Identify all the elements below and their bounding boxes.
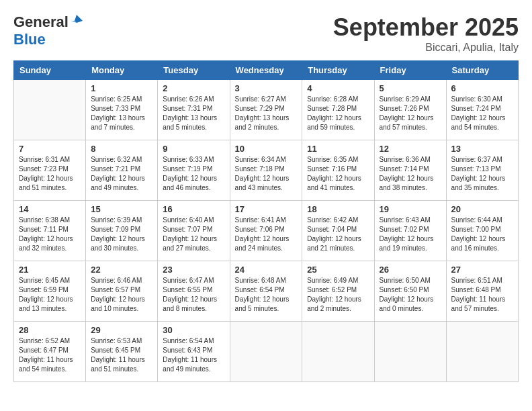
- day-info: Sunrise: 6:27 AM Sunset: 7:29 PM Dayligh…: [235, 95, 298, 132]
- logo-general-text: General: [13, 13, 69, 31]
- day-info: Sunrise: 6:30 AM Sunset: 7:24 PM Dayligh…: [451, 95, 513, 132]
- day-number: 28: [19, 325, 81, 335]
- calendar-cell: 6Sunrise: 6:30 AM Sunset: 7:24 PM Daylig…: [446, 80, 518, 140]
- calendar-cell: 10Sunrise: 6:34 AM Sunset: 7:18 PM Dayli…: [230, 140, 302, 201]
- day-info: Sunrise: 6:29 AM Sunset: 7:26 PM Dayligh…: [380, 95, 441, 132]
- day-info: Sunrise: 6:28 AM Sunset: 7:28 PM Dayligh…: [307, 95, 369, 132]
- day-number: 25: [307, 265, 369, 275]
- calendar-cell: 18Sunrise: 6:42 AM Sunset: 7:04 PM Dayli…: [302, 201, 374, 261]
- calendar-cell: 13Sunrise: 6:37 AM Sunset: 7:13 PM Dayli…: [446, 140, 518, 201]
- day-number: 20: [451, 204, 513, 214]
- calendar-cell: 30Sunrise: 6:54 AM Sunset: 6:43 PM Dayli…: [158, 322, 230, 382]
- day-number: 7: [19, 144, 81, 154]
- day-number: 1: [91, 83, 152, 93]
- day-info: Sunrise: 6:49 AM Sunset: 6:52 PM Dayligh…: [307, 276, 369, 314]
- day-number: 24: [235, 265, 298, 275]
- day-number: 16: [163, 204, 224, 214]
- day-number: 2: [163, 83, 224, 93]
- calendar-week-row: 7Sunrise: 6:31 AM Sunset: 7:23 PM Daylig…: [14, 140, 519, 201]
- column-header-tuesday: Tuesday: [158, 61, 230, 80]
- calendar-cell: [302, 322, 374, 382]
- calendar-cell: 29Sunrise: 6:53 AM Sunset: 6:45 PM Dayli…: [86, 322, 158, 382]
- calendar-cell: 19Sunrise: 6:43 AM Sunset: 7:02 PM Dayli…: [374, 201, 446, 261]
- day-info: Sunrise: 6:46 AM Sunset: 6:57 PM Dayligh…: [91, 276, 152, 314]
- day-number: 5: [380, 83, 441, 93]
- day-info: Sunrise: 6:32 AM Sunset: 7:21 PM Dayligh…: [91, 155, 152, 193]
- calendar-week-row: 1Sunrise: 6:25 AM Sunset: 7:33 PM Daylig…: [14, 80, 519, 140]
- day-number: 13: [451, 144, 513, 154]
- day-info: Sunrise: 6:45 AM Sunset: 6:59 PM Dayligh…: [19, 276, 81, 314]
- day-number: 14: [19, 204, 81, 214]
- calendar-cell: 12Sunrise: 6:36 AM Sunset: 7:14 PM Dayli…: [374, 140, 446, 201]
- day-info: Sunrise: 6:31 AM Sunset: 7:23 PM Dayligh…: [19, 155, 81, 193]
- calendar-cell: 15Sunrise: 6:39 AM Sunset: 7:09 PM Dayli…: [86, 201, 158, 261]
- calendar-cell: 2Sunrise: 6:26 AM Sunset: 7:31 PM Daylig…: [158, 80, 230, 140]
- calendar-cell: 25Sunrise: 6:49 AM Sunset: 6:52 PM Dayli…: [302, 261, 374, 322]
- logo: General Blue: [13, 13, 84, 48]
- calendar-cell: [14, 80, 86, 140]
- day-info: Sunrise: 6:40 AM Sunset: 7:07 PM Dayligh…: [163, 216, 224, 253]
- day-number: 15: [91, 204, 152, 214]
- calendar-cell: 1Sunrise: 6:25 AM Sunset: 7:33 PM Daylig…: [86, 80, 158, 140]
- day-number: 10: [235, 144, 298, 154]
- calendar-week-row: 14Sunrise: 6:38 AM Sunset: 7:11 PM Dayli…: [14, 201, 519, 261]
- column-header-sunday: Sunday: [14, 61, 86, 80]
- calendar-cell: 23Sunrise: 6:47 AM Sunset: 6:55 PM Dayli…: [158, 261, 230, 322]
- column-header-saturday: Saturday: [446, 61, 518, 80]
- calendar-cell: 8Sunrise: 6:32 AM Sunset: 7:21 PM Daylig…: [86, 140, 158, 201]
- day-info: Sunrise: 6:52 AM Sunset: 6:47 PM Dayligh…: [19, 336, 81, 374]
- day-number: 23: [163, 265, 224, 275]
- day-info: Sunrise: 6:42 AM Sunset: 7:04 PM Dayligh…: [307, 216, 369, 253]
- calendar-cell: 27Sunrise: 6:51 AM Sunset: 6:48 PM Dayli…: [446, 261, 518, 322]
- calendar-cell: 5Sunrise: 6:29 AM Sunset: 7:26 PM Daylig…: [374, 80, 446, 140]
- location-text: Biccari, Apulia, Italy: [333, 42, 519, 54]
- day-info: Sunrise: 6:53 AM Sunset: 6:45 PM Dayligh…: [91, 336, 152, 374]
- day-info: Sunrise: 6:54 AM Sunset: 6:43 PM Dayligh…: [163, 336, 224, 374]
- calendar-cell: 11Sunrise: 6:35 AM Sunset: 7:16 PM Dayli…: [302, 140, 374, 201]
- day-info: Sunrise: 6:47 AM Sunset: 6:55 PM Dayligh…: [163, 276, 224, 314]
- day-number: 17: [235, 204, 298, 214]
- day-number: 30: [163, 325, 224, 335]
- day-number: 26: [380, 265, 441, 275]
- calendar-cell: 4Sunrise: 6:28 AM Sunset: 7:28 PM Daylig…: [302, 80, 374, 140]
- day-info: Sunrise: 6:38 AM Sunset: 7:11 PM Dayligh…: [19, 216, 81, 253]
- day-number: 18: [307, 204, 369, 214]
- day-info: Sunrise: 6:51 AM Sunset: 6:48 PM Dayligh…: [451, 276, 513, 314]
- page-header: General Blue September 2025 Biccari, Apu…: [13, 13, 519, 54]
- calendar-week-row: 28Sunrise: 6:52 AM Sunset: 6:47 PM Dayli…: [14, 322, 519, 382]
- day-number: 22: [91, 265, 152, 275]
- calendar-table: SundayMondayTuesdayWednesdayThursdayFrid…: [13, 60, 519, 382]
- day-number: 21: [19, 265, 81, 275]
- calendar-cell: 7Sunrise: 6:31 AM Sunset: 7:23 PM Daylig…: [14, 140, 86, 201]
- calendar-cell: 16Sunrise: 6:40 AM Sunset: 7:07 PM Dayli…: [158, 201, 230, 261]
- column-header-wednesday: Wednesday: [230, 61, 302, 80]
- calendar-cell: [374, 322, 446, 382]
- column-header-thursday: Thursday: [302, 61, 374, 80]
- day-info: Sunrise: 6:44 AM Sunset: 7:00 PM Dayligh…: [451, 216, 513, 253]
- calendar-cell: 24Sunrise: 6:48 AM Sunset: 6:54 PM Dayli…: [230, 261, 302, 322]
- calendar-cell: 14Sunrise: 6:38 AM Sunset: 7:11 PM Dayli…: [14, 201, 86, 261]
- day-info: Sunrise: 6:48 AM Sunset: 6:54 PM Dayligh…: [235, 276, 298, 314]
- calendar-header-row: SundayMondayTuesdayWednesdayThursdayFrid…: [14, 61, 519, 80]
- day-number: 9: [163, 144, 224, 154]
- day-number: 4: [307, 83, 369, 93]
- calendar-cell: 3Sunrise: 6:27 AM Sunset: 7:29 PM Daylig…: [230, 80, 302, 140]
- day-info: Sunrise: 6:33 AM Sunset: 7:19 PM Dayligh…: [163, 155, 224, 193]
- calendar-cell: 22Sunrise: 6:46 AM Sunset: 6:57 PM Dayli…: [86, 261, 158, 322]
- calendar-cell: 9Sunrise: 6:33 AM Sunset: 7:19 PM Daylig…: [158, 140, 230, 201]
- title-section: September 2025 Biccari, Apulia, Italy: [333, 13, 519, 54]
- day-number: 12: [380, 144, 441, 154]
- day-info: Sunrise: 6:35 AM Sunset: 7:16 PM Dayligh…: [307, 155, 369, 193]
- day-info: Sunrise: 6:26 AM Sunset: 7:31 PM Dayligh…: [163, 95, 224, 132]
- day-number: 3: [235, 83, 298, 93]
- month-year-title: September 2025: [333, 13, 519, 42]
- calendar-week-row: 21Sunrise: 6:45 AM Sunset: 6:59 PM Dayli…: [14, 261, 519, 322]
- calendar-cell: [230, 322, 302, 382]
- day-number: 8: [91, 144, 152, 154]
- day-number: 6: [451, 83, 513, 93]
- day-info: Sunrise: 6:36 AM Sunset: 7:14 PM Dayligh…: [380, 155, 441, 193]
- day-info: Sunrise: 6:43 AM Sunset: 7:02 PM Dayligh…: [380, 216, 441, 253]
- svg-marker-0: [75, 15, 83, 23]
- column-header-monday: Monday: [86, 61, 158, 80]
- day-info: Sunrise: 6:25 AM Sunset: 7:33 PM Dayligh…: [91, 95, 152, 132]
